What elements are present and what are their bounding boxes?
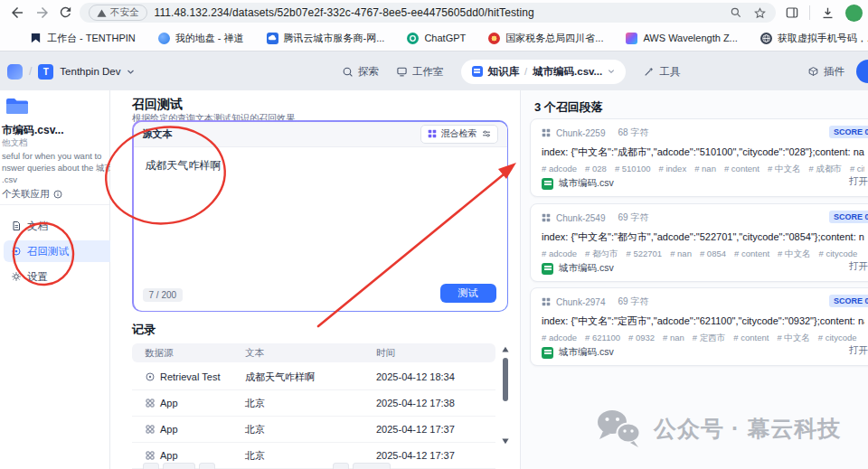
info-icon[interactable] <box>53 190 62 199</box>
nav-dataset-pill[interactable]: 知识库 / 城市编码.csv... <box>461 60 627 84</box>
open-link[interactable]: 打开 <box>849 260 868 273</box>
pagination-button[interactable] <box>199 463 215 469</box>
bookmark-tax-bureau[interactable]: 国家税务总局四川省... <box>488 32 603 45</box>
csv-file-icon <box>542 263 553 275</box>
bookmark-tencent-cloud[interactable]: 腾讯云城市服务商-网... <box>267 32 385 45</box>
dataset-sidebar: 市编码.csv... 他文档 seful for when you want t… <box>0 90 110 469</box>
open-link[interactable]: 打开 <box>849 344 868 357</box>
chunk-card: Chunk-2259 68 字符 SCORE 0. index: {"中文名":… <box>530 118 868 197</box>
nav-dataset-label[interactable]: 城市编码.csv... <box>533 65 602 79</box>
nav-kb-label[interactable]: 知识库 <box>488 65 520 79</box>
chunk-tag: # content <box>734 249 769 260</box>
pagination-button[interactable] <box>143 463 159 469</box>
scrollbar-thumb[interactable] <box>503 358 508 401</box>
back-icon[interactable] <box>9 5 25 21</box>
chunk-tag: # 定西市 <box>693 333 725 344</box>
nav-studio[interactable]: 工作室 <box>396 65 444 79</box>
bookmark-label: 获取虚拟手机号码，... <box>778 32 868 45</box>
nav-tools-label: 工具 <box>659 65 680 79</box>
sidebar-item-recall-test[interactable]: 召回测试 <box>4 240 117 262</box>
security-chip[interactable]: 不安全 <box>89 5 147 21</box>
chunk-tag: # nan <box>694 164 716 175</box>
nav-tools[interactable]: 工具 <box>643 65 680 79</box>
csv-file-icon <box>542 347 553 359</box>
chunk-tag: # adcode <box>542 333 577 344</box>
download-icon[interactable] <box>820 5 835 21</box>
description-line: .csv <box>2 174 110 185</box>
target-icon <box>11 246 22 257</box>
sidebar-item-documents[interactable]: 文档 <box>4 215 117 237</box>
nav-explore[interactable]: 探索 <box>342 65 379 79</box>
column-text: 文本 <box>245 347 376 360</box>
pagination-button[interactable] <box>333 463 349 469</box>
chunk-tag: # adcode <box>542 249 577 260</box>
chunk-tag: # nan <box>670 249 692 260</box>
user-avatar[interactable] <box>856 60 868 83</box>
side-panel-icon[interactable] <box>785 5 799 20</box>
chunk-char-count: 69 字符 <box>618 295 648 308</box>
url-text[interactable]: 111.48.132.234/datasets/52b07e2f-332c-47… <box>155 6 723 19</box>
studio-icon <box>396 66 408 78</box>
chunk-tag: # 中文名 <box>777 333 809 344</box>
column-source: 数据源 <box>132 347 245 360</box>
records-table-body: Retrieval Test 成都天气咋样啊 2025-04-12 18:34 … <box>132 364 495 469</box>
forward-icon[interactable] <box>34 5 51 21</box>
query-textarea[interactable]: 成都天气咋样啊 <box>146 158 222 174</box>
nav-explore-label: 探索 <box>358 65 379 79</box>
bookmark-zentao[interactable]: 我的地盘 - 禅道 <box>158 32 244 45</box>
chunk-tags: # adcode# 028# 510100# index# nan# conte… <box>542 164 864 175</box>
address-bar[interactable]: 不安全 111.48.132.234/datasets/52b07e2f-332… <box>80 3 776 23</box>
score-badge: SCORE 0. <box>829 211 868 223</box>
app-grid-icon <box>145 450 156 461</box>
zentao-icon <box>158 33 170 44</box>
bookmark-tenthpin[interactable]: 工作台 - TENTHPIN <box>30 32 136 45</box>
chevron-down-icon[interactable] <box>127 68 135 76</box>
sidebar-item-settings[interactable]: 设置 <box>4 266 117 287</box>
table-row[interactable]: App 北京 2025-04-12 17:37 <box>132 417 495 443</box>
bookmark-aws[interactable]: AWS Wavelength Z... <box>626 33 737 44</box>
watermark-text: 公众号 · 幕云科技 <box>654 414 841 444</box>
explore-icon <box>342 66 354 78</box>
header-right-group: 插件 <box>807 52 844 91</box>
zoom-icon[interactable] <box>730 6 742 19</box>
chunk-tag: # 028 <box>585 164 607 175</box>
reload-icon[interactable] <box>58 5 74 21</box>
scroll-up-icon[interactable] <box>502 346 509 353</box>
chunk-tag: # citycode <box>818 333 857 344</box>
chunk-source-file: 城市编码.csv <box>542 177 614 190</box>
linked-apps-row: 个关联应用 <box>2 188 62 201</box>
chunk-tag: # 522701 <box>627 249 663 260</box>
browser-profile-avatar[interactable] <box>845 5 863 22</box>
chunk-tag: # 成都市 <box>808 164 841 175</box>
workspace-avatar[interactable]: T <box>38 64 53 80</box>
source-text-label: 源文本 <box>143 127 173 141</box>
open-link[interactable]: 打开 <box>849 175 868 188</box>
bookmarks-bar: 工作台 - TENTHPIN 我的地盘 - 禅道 腾讯云城市服务商-网... C… <box>0 25 868 51</box>
records-title: 记录 <box>132 322 156 338</box>
bookmark-chatgpt[interactable]: ChatGPT <box>407 33 466 44</box>
chunk-tag: # content <box>733 333 769 344</box>
test-button[interactable]: 测试 <box>440 284 496 303</box>
bookmark-star-icon[interactable] <box>753 6 767 20</box>
chunk-content: index: {"中文名":"成都市","adcode":"510100","c… <box>542 145 864 159</box>
toolbar-divider <box>809 5 810 20</box>
nav-plugins[interactable]: 插件 <box>807 65 844 79</box>
chunk-card: Chunk-2974 69 字符 SCORE 0. index: {"中文名":… <box>530 287 868 366</box>
chunk-tag: # citycode <box>850 164 864 175</box>
knowledge-base-icon <box>472 66 483 77</box>
table-row[interactable]: Retrieval Test 成都天气咋样啊 2025-04-12 18:34 <box>132 364 495 390</box>
tools-icon <box>643 66 655 78</box>
app-logo-icon[interactable] <box>7 64 23 80</box>
search-mode-button[interactable]: 混合检索 <box>420 125 498 144</box>
bookmark-virtual-phone[interactable]: 获取虚拟手机号码，... <box>760 32 868 45</box>
table-row[interactable]: App 北京 2025-04-12 17:38 <box>132 390 495 417</box>
chunk-grid-icon <box>542 128 551 137</box>
scroll-down-icon[interactable] <box>502 437 509 445</box>
app-header: / T Tenthpin Dev 探索 工作室 知识库 / 城市编码.csv..… <box>0 51 868 91</box>
sidebar-item-label: 设置 <box>27 270 48 284</box>
grid-icon <box>428 129 437 138</box>
row-time: 2025-04-12 17:37 <box>376 450 495 461</box>
chunk-id: Chunk-2259 <box>556 128 605 138</box>
dataset-description: seful for when you want to nswer queries… <box>2 150 110 185</box>
workspace-name[interactable]: Tenthpin Dev <box>60 66 120 77</box>
